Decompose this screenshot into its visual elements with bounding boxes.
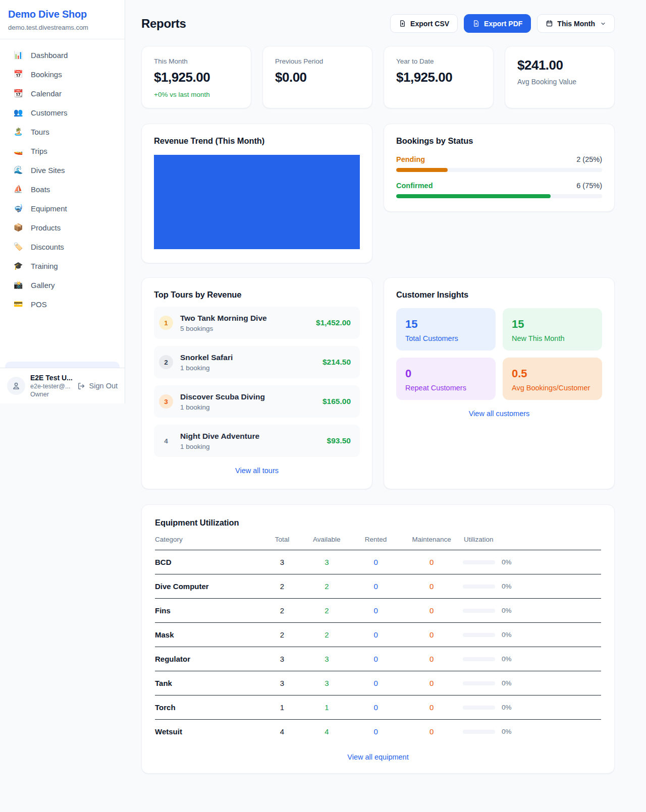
cell-maint: 0 — [400, 599, 463, 623]
view-all-customers-link[interactable]: View all customers — [396, 410, 602, 418]
sidebar-item-tours[interactable]: 🏝️Tours — [4, 122, 121, 141]
sidebar-item-trips[interactable]: 🚤Trips — [4, 141, 121, 160]
stat-label: Previous Period — [275, 57, 360, 65]
utilization-bar-track — [463, 585, 495, 589]
utilization-bar-track — [463, 657, 495, 661]
sidebar-item-boats[interactable]: ⛵Boats — [4, 180, 121, 199]
sidebar-item-label: Gallery — [31, 281, 55, 289]
status-bar-fill-pending — [396, 168, 448, 172]
tour-list-item: 3 Discover Scuba Diving1 booking $165.00 — [154, 385, 360, 418]
bookings-by-status-card: Bookings by Status Pending 2 (25%) Confi… — [384, 124, 615, 212]
sidebar-item-gallery[interactable]: 📸Gallery — [4, 275, 121, 295]
sign-out-button[interactable]: Sign Out — [77, 382, 118, 390]
utilization-percent: 0% — [502, 607, 512, 614]
user-email: e2e-tester@... — [30, 383, 72, 390]
stat-value: $241.00 — [517, 57, 602, 73]
sign-out-label: Sign Out — [89, 382, 118, 390]
utilization-percent: 0% — [502, 704, 512, 711]
export-pdf-button[interactable]: Export PDF — [464, 14, 531, 33]
sidebar-item-customers[interactable]: 👥Customers — [4, 103, 121, 122]
cell-total: 2 — [262, 574, 302, 599]
speedboat-icon: 🚤 — [13, 146, 23, 155]
cell-avail: 2 — [302, 574, 351, 599]
stat-delta: +0% vs last month — [154, 91, 239, 98]
tile-label: Avg Bookings/Customer — [512, 384, 593, 392]
cell-maint: 0 — [400, 623, 463, 647]
tile-label: Total Customers — [405, 334, 487, 342]
sidebar-item-equipment[interactable]: 🤿Equipment — [4, 199, 121, 218]
cell-cat: Tank — [155, 671, 262, 695]
cell-maint: 0 — [400, 695, 463, 720]
sidebar-item-dashboard[interactable]: 📊Dashboard — [4, 45, 121, 65]
rank-badge: 3 — [159, 394, 173, 409]
cell-total: 2 — [262, 623, 302, 647]
cell-rented: 0 — [351, 720, 400, 744]
export-csv-button[interactable]: Export CSV — [390, 14, 458, 33]
tile-label: New This Month — [512, 334, 593, 342]
status-count-pending: 2 (25%) — [576, 155, 602, 163]
export-pdf-label: Export PDF — [484, 20, 522, 28]
sidebar-item-discounts[interactable]: 🏷️Discounts — [4, 237, 121, 256]
utilization-percent: 0% — [502, 583, 512, 590]
customer-insights-title: Customer Insights — [396, 290, 602, 300]
rank-badge: 2 — [159, 355, 173, 369]
tile-total-customers: 15 Total Customers — [396, 308, 496, 351]
sidebar-item-products[interactable]: 📦Products — [4, 218, 121, 237]
cell-utilization: 0% — [463, 671, 601, 695]
tour-bookings: 1 booking — [180, 443, 259, 450]
col-header-available: Available — [302, 536, 351, 550]
sidebar-item-label: Tours — [31, 128, 49, 136]
tile-new-this-month: 15 New This Month — [503, 308, 602, 351]
status-bar-track — [396, 194, 602, 198]
table-row: Regulator33000% — [155, 647, 601, 671]
tile-repeat-customers: 0 Repeat Customers — [396, 358, 496, 400]
col-header-utilization: Utilization — [463, 536, 601, 550]
sidebar-item-active-partial[interactable] — [5, 362, 120, 368]
top-tours-title: Top Tours by Revenue — [154, 290, 360, 300]
cell-rented: 0 — [351, 671, 400, 695]
cell-cat: Torch — [155, 695, 262, 720]
view-all-tours-link[interactable]: View all tours — [154, 467, 360, 475]
revenue-trend-bar — [154, 155, 360, 249]
sidebar-item-label: Equipment — [31, 204, 67, 213]
cell-avail: 1 — [302, 695, 351, 720]
period-dropdown[interactable]: This Month — [537, 14, 615, 33]
sidebar-item-calendar[interactable]: 📆Calendar — [4, 84, 121, 103]
equipment-utilization-card: Equipment Utilization Category Total Ava… — [141, 504, 615, 774]
tile-label: Repeat Customers — [405, 384, 487, 392]
cell-maint: 0 — [400, 671, 463, 695]
sidebar-item-training[interactable]: 🎓Training — [4, 256, 121, 275]
col-header-total: Total — [262, 536, 302, 550]
status-count-confirmed: 6 (75%) — [576, 182, 602, 190]
cell-rented: 0 — [351, 647, 400, 671]
stat-value: $1,925.00 — [396, 70, 481, 85]
graduation-cap-icon: 🎓 — [13, 261, 23, 270]
status-label-pending: Pending — [396, 155, 425, 163]
utilization-percent: 0% — [502, 631, 512, 639]
period-label: This Month — [557, 20, 595, 28]
tile-value: 0.5 — [512, 367, 593, 380]
chevron-down-icon — [600, 21, 606, 27]
brand-name: Demo Dive Shop — [8, 9, 117, 20]
sidebar-item-pos[interactable]: 💳POS — [4, 295, 121, 314]
table-row: Fins22000% — [155, 599, 601, 623]
cell-total: 3 — [262, 647, 302, 671]
tile-value: 15 — [405, 318, 487, 331]
status-row-pending: Pending 2 (25%) — [396, 155, 602, 163]
sidebar-item-dive-sites[interactable]: 🌊Dive Sites — [4, 160, 121, 180]
sidebar-item-bookings[interactable]: 📅Bookings — [4, 65, 121, 84]
cell-avail: 3 — [302, 671, 351, 695]
file-download-icon — [399, 20, 406, 27]
page-header: Reports Export CSV Export PDF This Month — [141, 14, 615, 33]
tour-name: Two Tank Morning Dive — [180, 314, 267, 323]
utilization-bar-track — [463, 560, 495, 564]
cell-total: 4 — [262, 720, 302, 744]
tour-bookings: 1 booking — [180, 364, 233, 372]
credit-card-icon: 💳 — [13, 300, 23, 309]
table-header-row: Category Total Available Rented Maintena… — [155, 536, 601, 550]
stat-card-year-to-date: Year to Date $1,925.00 — [384, 46, 494, 108]
rank-badge: 1 — [159, 316, 173, 330]
insight-tiles: 15 Total Customers 15 New This Month 0 R… — [396, 308, 602, 400]
view-all-equipment-link[interactable]: View all equipment — [155, 753, 601, 761]
cell-rented: 0 — [351, 550, 400, 574]
